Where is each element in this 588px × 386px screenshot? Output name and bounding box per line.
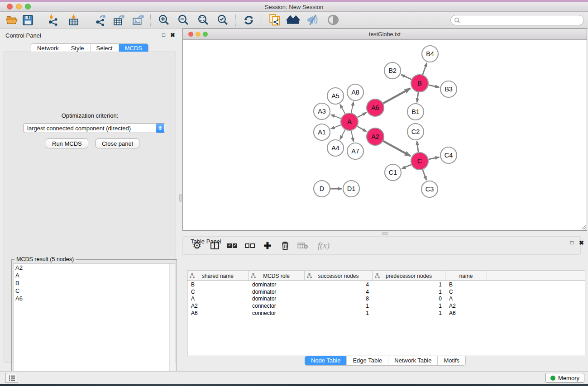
run-mcds-button[interactable]: Run MCDS (46, 138, 88, 148)
close-table-panel-icon[interactable]: ✖ (579, 239, 584, 246)
close-panel-icon[interactable]: ✖ (170, 32, 175, 38)
tab-network-table[interactable]: Network Table (388, 356, 437, 365)
export-image-icon[interactable] (131, 14, 144, 26)
column-header-predecessor-nodes[interactable]: predecessor nodes (373, 271, 445, 281)
graph-node-A4[interactable]: A4 (327, 140, 344, 156)
resize-grip-icon[interactable] (580, 224, 586, 230)
graph-node-A8[interactable]: A8 (347, 84, 363, 100)
graph-node-A1[interactable]: A1 (314, 124, 330, 140)
table-row[interactable]: A2connector11A2 (187, 302, 585, 310)
graph-node-C3[interactable]: C3 (421, 181, 438, 197)
mcds-result-item[interactable]: A6 (14, 295, 175, 302)
graph-edge-A-A1[interactable] (331, 125, 341, 129)
dropdown-stepper-icon[interactable] (156, 124, 164, 133)
network-window-titlebar[interactable]: testGlobe.txt (183, 29, 587, 40)
graph-edge-B-B1[interactable] (417, 92, 418, 102)
float-panel-icon[interactable]: □ (162, 32, 165, 38)
graph-edge-A-A2[interactable] (357, 126, 367, 132)
graph-edge-A-A7[interactable] (351, 131, 354, 142)
graph-node-A6[interactable]: A6 (367, 99, 384, 116)
graph-node-B3[interactable]: B3 (440, 81, 457, 97)
save-session-icon[interactable] (21, 14, 34, 26)
column-header-successor-nodes[interactable]: successor nodes (305, 271, 373, 281)
graph-edge-A6-B[interactable] (383, 88, 411, 103)
graph-node-B2[interactable]: B2 (384, 62, 401, 79)
graph-edge-C-C3[interactable] (423, 170, 426, 180)
float-table-panel-icon[interactable]: □ (570, 239, 574, 246)
window-titlebar[interactable]: Session: New Session (0, 2, 588, 12)
table-row[interactable]: Adominator80A (187, 295, 585, 302)
graph-node-B4[interactable]: B4 (422, 46, 438, 62)
graph-edge-A-A4[interactable] (340, 130, 345, 140)
mcds-result-item[interactable]: A2 (14, 264, 175, 272)
vertical-split-handle[interactable] (179, 194, 182, 202)
home-icon[interactable] (286, 14, 301, 26)
horizontal-split-handle[interactable] (382, 232, 388, 235)
select-all-rows-icon[interactable]: ✓✓ (225, 239, 239, 253)
mcds-result-item[interactable]: C (14, 287, 175, 295)
apply-layout-icon[interactable] (242, 14, 255, 26)
graph-node-C[interactable]: C (411, 152, 428, 170)
task-history-button[interactable] (5, 373, 18, 383)
tab-motifs[interactable]: Motifs (437, 356, 465, 365)
cell-predecessor-nodes: 1 (373, 289, 445, 295)
mcds-result-item[interactable]: A (14, 272, 175, 279)
graph-node-C4[interactable]: C4 (440, 147, 457, 163)
graph-edge-B-B2[interactable] (401, 75, 411, 80)
graph-edge-C-C1[interactable] (402, 165, 411, 169)
zoom-fit-icon[interactable] (197, 14, 210, 26)
close-panel-button[interactable]: Close panel (96, 138, 139, 148)
graph-node-A2[interactable]: A2 (367, 128, 384, 145)
mcds-result-item[interactable]: B (14, 279, 175, 287)
column-header-shared-name[interactable]: shared name (187, 271, 249, 281)
zoom-in-icon[interactable] (158, 14, 170, 26)
graph-node-C2[interactable]: C2 (407, 124, 424, 140)
table-row[interactable]: Cdominator41C (187, 288, 585, 295)
search-field[interactable] (450, 15, 584, 25)
open-file-icon[interactable] (5, 14, 18, 26)
result-scrollbar[interactable] (169, 264, 175, 386)
hide-annotations-icon[interactable] (306, 14, 319, 26)
graph-node-A5[interactable]: A5 (327, 88, 344, 104)
graph-node-A7[interactable]: A7 (347, 143, 363, 159)
delete-table-icon (296, 239, 310, 253)
import-table-icon[interactable] (67, 14, 80, 26)
graph-edge-A-A5[interactable] (340, 104, 345, 114)
deselect-all-rows-icon[interactable] (243, 239, 257, 253)
graph-node-B1[interactable]: B1 (407, 104, 424, 120)
search-input[interactable] (460, 16, 583, 24)
graph-edge-A2-C[interactable] (383, 141, 411, 156)
graph-edge-A-A3[interactable] (331, 114, 341, 119)
table-row[interactable]: A6connector11A6 (187, 310, 585, 317)
memory-button[interactable]: Memory (545, 373, 584, 383)
graph-edge-A-A8[interactable] (351, 102, 354, 113)
graph-edge-C-C4[interactable] (429, 157, 440, 159)
export-table-icon[interactable] (112, 14, 125, 26)
column-header-name[interactable]: name (445, 271, 487, 281)
network-canvas[interactable]: B4B2BB3A5A8A6A3B1AA1C2A2A4A7C4CC1C3DD1 (183, 40, 587, 230)
graph-node-A[interactable]: A (341, 113, 358, 130)
export-network-icon[interactable] (94, 14, 107, 26)
zoom-out-icon[interactable] (177, 14, 190, 26)
column-header-mcds-role[interactable]: MCDS role (249, 271, 305, 281)
optimization-criterion-dropdown[interactable]: largest connected component (directed) (24, 123, 165, 133)
graph-edge-B-B4[interactable] (423, 63, 427, 75)
add-row-icon[interactable]: ✚ (261, 239, 274, 253)
graph-node-D1[interactable]: D1 (343, 181, 359, 197)
graph-node-B[interactable]: B (411, 75, 428, 92)
tab-edge-table[interactable]: Edge Table (346, 356, 388, 365)
table-row[interactable]: Bdominator41B (187, 281, 585, 288)
graph-edge-C-C2[interactable] (417, 141, 418, 152)
graph-edge-B-B3[interactable] (429, 85, 440, 87)
tab-node-table[interactable]: Node Table (305, 356, 347, 365)
graph-edge-A-A6[interactable] (358, 113, 367, 118)
graph-node-C1[interactable]: C1 (385, 164, 401, 181)
graph-node-D[interactable]: D (314, 181, 330, 197)
show-details-icon[interactable] (327, 14, 339, 26)
import-network-icon[interactable] (47, 14, 59, 26)
graph-node-A3[interactable]: A3 (314, 103, 330, 119)
delete-rows-icon[interactable] (278, 239, 292, 253)
mcds-result-list[interactable]: A2ABCA6 (13, 263, 175, 386)
zoom-selected-icon[interactable] (216, 14, 229, 26)
duplicate-network-icon[interactable] (268, 14, 281, 26)
